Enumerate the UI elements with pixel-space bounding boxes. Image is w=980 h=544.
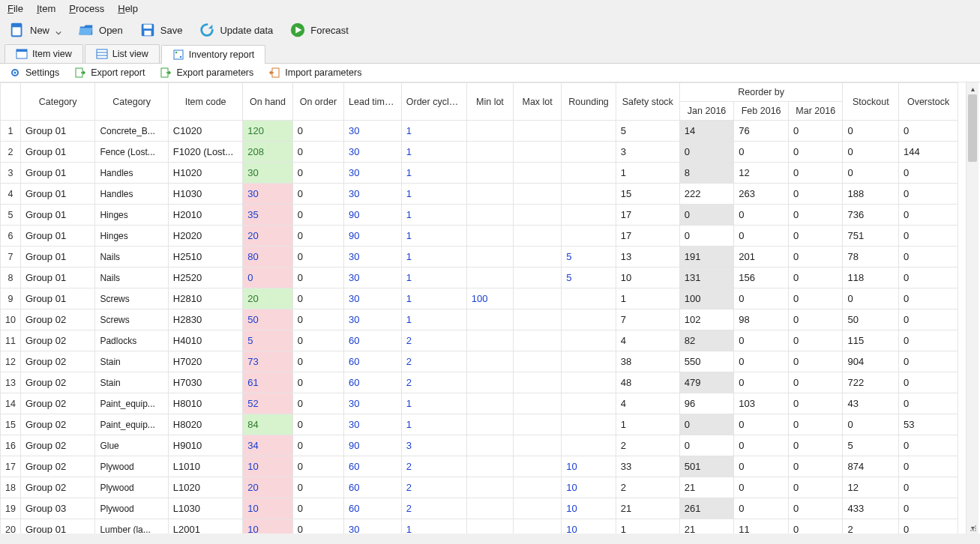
cell-category1[interactable]: Group 01 [20,121,95,142]
cell-on-order[interactable]: 0 [292,205,343,226]
cell-on-order[interactable]: 0 [292,142,343,163]
cell-item-code[interactable]: C1020 [168,121,243,142]
cell-category1[interactable]: Group 01 [20,288,95,309]
row-number[interactable]: 15 [1,414,21,435]
col-stockout[interactable]: Stockout [843,83,899,121]
cell-reorder-mar[interactable]: 0 [788,226,843,247]
cell-reorder-jan[interactable]: 0 [679,414,734,435]
cell-reorder-feb[interactable]: 0 [734,226,789,247]
cell-rounding[interactable] [562,121,616,142]
menu-file[interactable]: File [7,3,23,14]
row-number[interactable]: 19 [1,498,21,519]
cell-reorder-jan[interactable]: 21 [679,519,734,534]
cell-reorder-mar[interactable]: 0 [788,247,843,268]
cell-stockout[interactable]: 874 [843,456,899,477]
table-row[interactable]: 6Group 01HingesH2020200901170007510 [1,226,958,247]
cell-order-cycle[interactable]: 2 [401,351,466,372]
cell-max-lot[interactable] [514,477,562,498]
cell-on-order[interactable]: 0 [292,477,343,498]
cell-order-cycle[interactable]: 1 [401,121,466,142]
cell-on-order[interactable]: 0 [292,309,343,330]
cell-overstock[interactable]: 0 [899,309,958,330]
cell-min-lot[interactable] [466,205,513,226]
cell-stockout[interactable]: 722 [843,372,899,393]
cell-stockout[interactable]: 433 [843,498,899,519]
cell-reorder-feb[interactable]: 201 [734,247,789,268]
cell-on-order[interactable]: 0 [292,393,343,414]
cell-order-cycle[interactable]: 1 [401,226,466,247]
cell-reorder-feb[interactable]: 0 [734,498,789,519]
cell-on-order[interactable]: 0 [292,351,343,372]
cell-on-hand[interactable]: 10 [243,519,292,534]
cell-max-lot[interactable] [514,268,562,288]
cell-on-hand[interactable]: 50 [243,309,292,330]
row-number[interactable]: 11 [1,330,21,351]
cell-overstock[interactable]: 0 [899,435,958,456]
cell-order-cycle[interactable]: 2 [401,456,466,477]
cell-max-lot[interactable] [514,351,562,372]
cell-on-hand[interactable]: 20 [243,226,292,247]
cell-stockout[interactable]: 115 [843,330,899,351]
cell-rounding[interactable] [562,309,616,330]
cell-reorder-jan[interactable]: 0 [679,142,734,163]
cell-on-order[interactable]: 0 [292,247,343,268]
cell-order-cycle[interactable]: 2 [401,372,466,393]
table-row[interactable]: 17Group 02PlywoodL1010100602103350100874… [1,456,958,477]
cell-on-hand[interactable]: 52 [243,393,292,414]
save-button[interactable]: Save [136,20,186,40]
open-button[interactable]: Open [75,20,126,40]
table-row[interactable]: 3Group 01HandlesH10203003011812000 [1,163,958,184]
cell-item-code[interactable]: H2510 [168,247,243,268]
cell-on-hand[interactable]: 5 [243,330,292,351]
cell-min-lot[interactable] [466,268,513,288]
col-on-order[interactable]: On order [292,83,343,121]
cell-on-order[interactable]: 0 [292,268,343,288]
cell-lead-time[interactable]: 30 [344,309,402,330]
cell-max-lot[interactable] [514,393,562,414]
menu-help[interactable]: Help [118,3,138,14]
cell-rounding[interactable] [562,393,616,414]
cell-category2[interactable]: Screws [95,288,168,309]
cell-reorder-jan[interactable]: 191 [679,247,734,268]
export-report-button[interactable]: Export report [73,67,146,79]
cell-min-lot[interactable] [466,519,513,534]
table-row[interactable]: 13Group 02StainH703061060248479007220 [1,372,958,393]
cell-category1[interactable]: Group 01 [20,205,95,226]
col-order-cycle[interactable]: Order cycle, months [401,83,466,121]
cell-on-hand[interactable]: 35 [243,205,292,226]
cell-overstock[interactable]: 0 [899,121,958,142]
cell-stockout[interactable]: 0 [843,163,899,184]
dropdown-caret-icon[interactable] [55,27,61,33]
cell-item-code[interactable]: L1010 [168,456,243,477]
row-number[interactable]: 4 [1,184,21,205]
cell-category2[interactable]: Paint_equip... [95,414,168,435]
export-params-button[interactable]: Export parameters [158,67,255,79]
cell-category2[interactable]: Screws [95,309,168,330]
cell-stockout[interactable]: 12 [843,477,899,498]
cell-lead-time[interactable]: 60 [344,372,402,393]
cell-overstock[interactable]: 53 [899,414,958,435]
row-number[interactable]: 5 [1,205,21,226]
cell-category1[interactable]: Group 01 [20,226,95,247]
cell-reorder-jan[interactable]: 222 [679,184,734,205]
scroll-thumb[interactable] [968,94,977,162]
cell-max-lot[interactable] [514,288,562,309]
cell-category1[interactable]: Group 01 [20,247,95,268]
row-number[interactable]: 16 [1,435,21,456]
cell-on-order[interactable]: 0 [292,184,343,205]
cell-overstock[interactable]: 0 [899,184,958,205]
cell-lead-time[interactable]: 30 [344,184,402,205]
cell-max-lot[interactable] [514,519,562,534]
cell-stockout[interactable]: 0 [843,288,899,309]
row-number[interactable]: 3 [1,163,21,184]
cell-lead-time[interactable]: 60 [344,498,402,519]
cell-stockout[interactable]: 188 [843,184,899,205]
cell-item-code[interactable]: H8010 [168,393,243,414]
cell-overstock[interactable]: 0 [899,351,958,372]
cell-reorder-mar[interactable]: 0 [788,268,843,288]
row-number[interactable]: 2 [1,142,21,163]
table-row[interactable]: 2Group 01Fence (Lost...F1020 (Lost...208… [1,142,958,163]
new-button[interactable]: New [6,20,64,40]
cell-reorder-feb[interactable]: 0 [734,435,789,456]
cell-max-lot[interactable] [514,226,562,247]
